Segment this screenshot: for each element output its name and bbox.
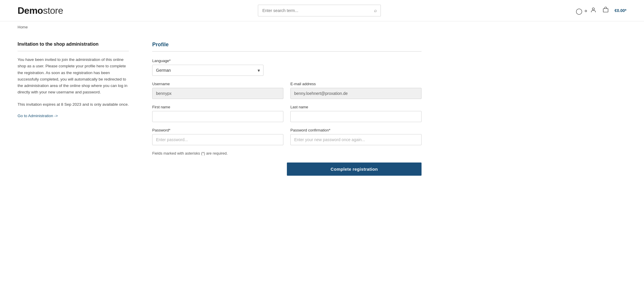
firstname-label: First name bbox=[152, 105, 283, 109]
search-icon: ⌕ bbox=[374, 8, 377, 13]
required-note: Fields marked with asterisks (*) are req… bbox=[152, 151, 422, 155]
cart-icon[interactable] bbox=[602, 7, 609, 15]
expiry-text: This invitation expires at 8 Sep 2023 an… bbox=[18, 102, 129, 107]
svg-point-0 bbox=[592, 8, 594, 10]
lastname-input[interactable] bbox=[290, 111, 422, 122]
language-label: Language* bbox=[152, 59, 422, 63]
password-confirm-group: Password confirmation* bbox=[290, 128, 422, 145]
logo-light: store bbox=[43, 5, 63, 16]
svg-rect-1 bbox=[603, 8, 608, 12]
email-group: E-mail address bbox=[290, 82, 422, 99]
firstname-input[interactable] bbox=[152, 111, 283, 122]
email-input[interactable] bbox=[290, 88, 422, 99]
profile-divider bbox=[152, 51, 422, 52]
search-button[interactable]: ⌕ bbox=[371, 5, 381, 16]
password-input[interactable] bbox=[152, 134, 283, 145]
username-group: Username bbox=[152, 82, 283, 99]
password-label: Password* bbox=[152, 128, 283, 132]
language-select-wrapper: German English French Spanish bbox=[152, 65, 263, 76]
username-input[interactable] bbox=[152, 88, 283, 99]
breadcrumb: Home bbox=[0, 21, 644, 33]
cart-svg bbox=[602, 7, 609, 13]
firstname-group: First name bbox=[152, 105, 283, 122]
left-column: Invitation to the shop administration Yo… bbox=[18, 42, 129, 176]
invitation-body: You have been invited to join the admini… bbox=[18, 57, 129, 96]
email-label: E-mail address bbox=[290, 82, 422, 86]
search-wrapper: ⌕ bbox=[258, 5, 381, 16]
main-content: Invitation to the shop administration Yo… bbox=[0, 33, 439, 193]
invitation-title: Invitation to the shop administration bbox=[18, 42, 129, 47]
username-label: Username bbox=[152, 82, 283, 86]
search-area: ⌕ bbox=[258, 5, 381, 16]
name-row: First name Last name bbox=[152, 105, 422, 122]
profile-title: Profile bbox=[152, 42, 422, 48]
section-divider bbox=[18, 51, 129, 51]
lastname-group: Last name bbox=[290, 105, 422, 122]
user-icon[interactable]: ◯ ⚬ bbox=[576, 7, 597, 15]
admin-link[interactable]: Go to Administration -> bbox=[18, 114, 58, 118]
submit-button[interactable]: Complete registration bbox=[287, 163, 422, 176]
language-select[interactable]: German English French Spanish bbox=[152, 65, 263, 76]
language-group: Language* German English French Spanish bbox=[152, 59, 422, 76]
lastname-label: Last name bbox=[290, 105, 422, 109]
right-column: Profile Language* German English French … bbox=[152, 42, 422, 176]
logo[interactable]: Demostore bbox=[18, 5, 63, 16]
password-confirm-input[interactable] bbox=[290, 134, 422, 145]
breadcrumb-home[interactable]: Home bbox=[18, 25, 28, 29]
cart-price[interactable]: €0.00* bbox=[615, 8, 626, 13]
header: Demostore ⌕ ◯ ⚬ €0.00* bbox=[0, 0, 644, 21]
search-input[interactable] bbox=[258, 5, 371, 16]
password-confirm-label: Password confirmation* bbox=[290, 128, 422, 132]
password-row: Password* Password confirmation* bbox=[152, 128, 422, 145]
account-icon bbox=[590, 7, 597, 13]
username-email-row: Username E-mail address bbox=[152, 82, 422, 99]
header-icons: ◯ ⚬ €0.00* bbox=[576, 7, 626, 15]
logo-bold: Demo bbox=[18, 5, 43, 16]
password-group: Password* bbox=[152, 128, 283, 145]
